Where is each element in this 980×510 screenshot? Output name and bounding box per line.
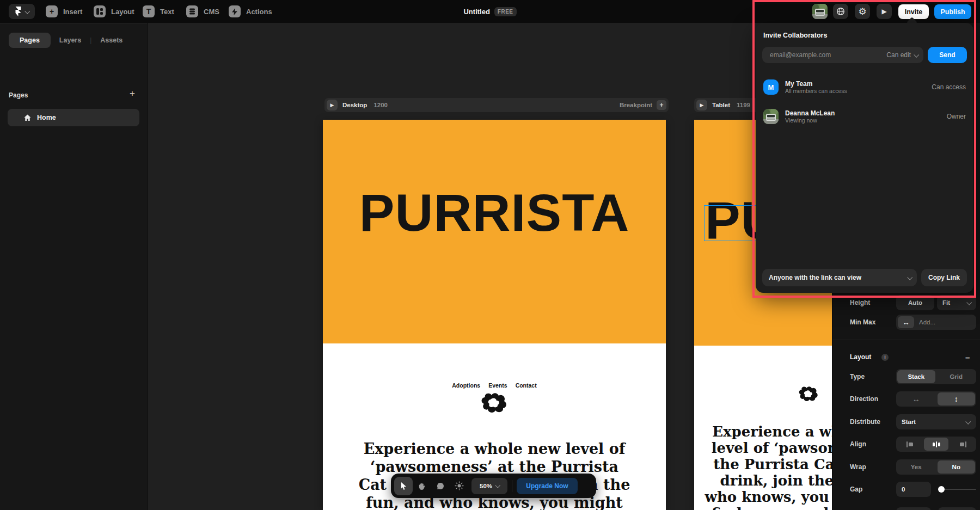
sidebar-tabs: Pages Layers | Assets — [9, 33, 130, 48]
wrap-no-option[interactable]: No — [938, 460, 976, 474]
nav-link-contact[interactable]: Contact — [516, 382, 537, 389]
padding-control[interactable] — [938, 507, 976, 510]
minmax-label: Min Max — [850, 318, 875, 326]
layout-menu-item[interactable]: Layout — [94, 5, 134, 17]
site-nav[interactable]: Adoptions Events Contact — [323, 382, 666, 389]
type-row: Type Stack Grid — [832, 369, 980, 384]
framer-app: ▶ Desktop 1200 Breakpoint + PURRISTA Ado… — [0, 0, 980, 510]
align-label: Align — [850, 440, 866, 448]
popup-title: Invite Collaborators — [763, 32, 827, 39]
user-avatar[interactable] — [812, 4, 828, 19]
link-permission-dropdown[interactable]: Anyone with the link can view — [762, 269, 917, 286]
height-auto-value: Auto — [908, 299, 922, 306]
layout-section-header[interactable]: Layout i – — [832, 349, 980, 365]
globe-icon — [836, 7, 845, 16]
add-page-button[interactable]: + — [130, 88, 135, 99]
document-title[interactable]: Untitled — [463, 8, 489, 16]
plus-icon: + — [46, 5, 58, 17]
zoom-level-dropdown[interactable]: 50% — [471, 478, 507, 494]
direction-horizontal-option[interactable]: ↔ — [897, 392, 935, 405]
type-grid-option[interactable]: Grid — [938, 370, 976, 383]
chevron-down-icon — [495, 483, 500, 488]
actions-menu-item[interactable]: Actions — [229, 5, 272, 17]
upgrade-now-button[interactable]: Upgrade Now — [517, 478, 578, 494]
breakpoint-device-label[interactable]: Tablet — [712, 102, 730, 108]
tab-assets[interactable]: Assets — [93, 36, 130, 44]
align-center-option[interactable] — [924, 438, 948, 451]
collaborator-name: My Team — [785, 80, 847, 88]
cms-menu-item[interactable]: CMS — [186, 5, 219, 17]
nav-link-adoptions[interactable]: Adoptions — [452, 382, 480, 389]
send-invite-button[interactable]: Send — [928, 47, 967, 63]
copy-link-button[interactable]: Copy Link — [921, 269, 967, 286]
plan-badge: FREE — [494, 7, 517, 16]
site-settings-button[interactable] — [833, 4, 848, 19]
menu-label: CMS — [204, 8, 219, 16]
height-row: Height Auto Fit — [832, 295, 980, 310]
sidebar-divider — [0, 23, 147, 23]
chevron-down-icon — [24, 8, 30, 14]
breakpoint-device-label[interactable]: Desktop — [342, 102, 367, 108]
pan-tool-button[interactable] — [413, 477, 431, 495]
insert-menu-item[interactable]: + Insert — [46, 5, 82, 17]
gap-value: 0 — [902, 486, 905, 493]
desktop-frame[interactable]: PURRISTA Adoptions Events Contact Experi… — [323, 120, 666, 510]
minmax-field[interactable]: ↔ Add... — [896, 315, 976, 330]
nav-link-events[interactable]: Events — [488, 382, 507, 389]
height-fit-dropdown[interactable]: Fit — [937, 295, 976, 310]
comment-tool-button[interactable] — [431, 477, 450, 495]
align-segmented-control — [896, 437, 976, 452]
invite-email-field[interactable]: Can edit — [762, 47, 923, 63]
preview-play-icon[interactable]: ▶ — [327, 100, 338, 110]
chevron-down-icon — [914, 52, 919, 57]
comment-bubble-icon — [436, 482, 445, 490]
height-auto-button[interactable]: Auto — [896, 295, 934, 310]
align-end-option[interactable] — [951, 438, 975, 451]
text-menu-item[interactable]: T Text — [143, 5, 174, 17]
gap-slider-handle[interactable] — [938, 486, 945, 493]
distribute-dropdown[interactable]: Start — [896, 414, 976, 429]
chevron-down-icon — [907, 274, 912, 280]
tab-pages[interactable]: Pages — [9, 33, 51, 48]
select-tool-button[interactable] — [394, 477, 413, 495]
collaborator-row-owner[interactable]: Deanna McLean Viewing now Owner — [763, 108, 966, 125]
collapse-section-icon[interactable]: – — [965, 353, 970, 362]
invite-button[interactable]: Invite — [898, 4, 929, 19]
direction-vertical-option[interactable]: ↕ — [938, 392, 976, 405]
padding-input[interactable] — [896, 507, 931, 510]
gap-input[interactable]: 0 — [896, 482, 931, 497]
permission-value: Can edit — [886, 51, 911, 59]
tab-layers[interactable]: Layers — [52, 36, 89, 44]
add-breakpoint-button[interactable]: + — [657, 100, 666, 110]
distribute-value: Start — [902, 419, 916, 425]
chevron-down-icon — [965, 419, 971, 424]
preview-play-icon[interactable]: ▶ — [696, 100, 707, 110]
permission-dropdown[interactable]: Can edit — [886, 51, 918, 59]
avatar-photo-image — [763, 109, 779, 124]
hero-section[interactable]: PURRISTA Adoptions Events Contact — [323, 120, 666, 343]
cms-stack-icon — [186, 5, 198, 17]
distribute-label: Distribute — [850, 418, 880, 426]
minmax-add-placeholder: Add... — [919, 319, 935, 325]
framer-menu-button[interactable] — [9, 4, 35, 19]
theme-toggle-button[interactable] — [450, 477, 468, 495]
type-stack-option[interactable]: Stack — [897, 370, 935, 383]
type-label: Type — [850, 373, 865, 380]
publish-button[interactable]: Publish — [934, 4, 971, 19]
bottom-toolbar: 50% Upgrade Now — [391, 474, 596, 498]
wrap-yes-option[interactable]: Yes — [897, 460, 935, 474]
desktop-breakpoint-bar[interactable]: ▶ Desktop 1200 Breakpoint + — [324, 98, 669, 112]
project-settings-button[interactable]: ⚙ — [855, 4, 870, 19]
collaborator-row-team[interactable]: M My Team All members can access Can acc… — [763, 78, 966, 96]
gap-slider[interactable] — [938, 489, 976, 490]
resize-horizontal-icon[interactable]: ↔ — [898, 316, 914, 328]
preview-button[interactable]: ▶ — [877, 4, 892, 19]
email-input[interactable] — [769, 51, 886, 59]
site-logo-text[interactable]: PURRISTA — [323, 186, 666, 239]
breakpoint-width-label: 1200 — [373, 102, 388, 108]
direction-label: Direction — [850, 395, 878, 403]
hand-icon — [418, 482, 426, 490]
align-start-option[interactable] — [897, 438, 922, 451]
sidebar-item-home[interactable]: Home — [8, 109, 139, 126]
page-name: Home — [37, 114, 56, 121]
